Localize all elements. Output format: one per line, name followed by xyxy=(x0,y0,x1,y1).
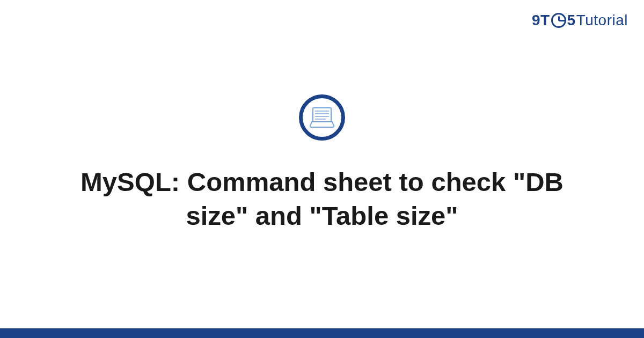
svg-rect-0 xyxy=(313,108,331,122)
page-title: MySQL: Command sheet to check "DB size" … xyxy=(38,165,606,232)
laptop-svg-icon xyxy=(310,107,334,128)
main-content: MySQL: Command sheet to check "DB size" … xyxy=(0,0,644,338)
laptop-icon xyxy=(299,94,345,141)
footer-bar xyxy=(0,328,644,338)
